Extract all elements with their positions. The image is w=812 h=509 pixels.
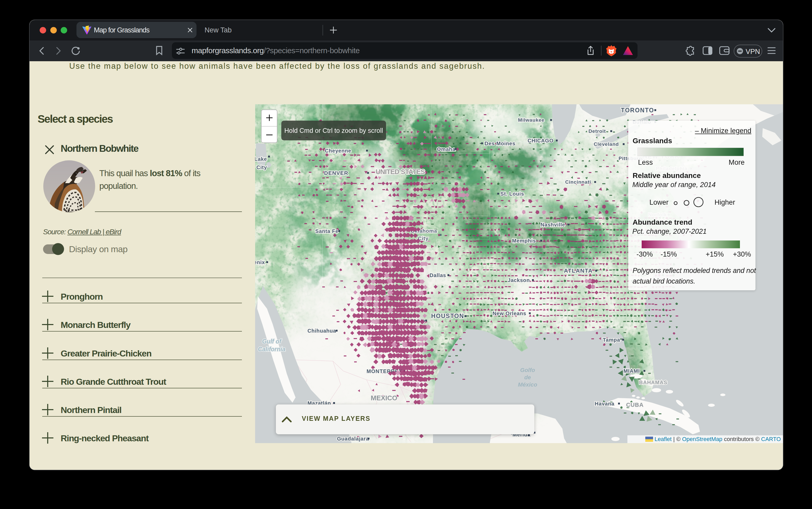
svg-text:Santa Fe: Santa Fe [315, 228, 339, 234]
svg-text:Cincinnati: Cincinnati [565, 179, 591, 185]
svg-text:Tampa: Tampa [603, 337, 620, 343]
svg-text:MEXICO: MEXICO [371, 394, 398, 402]
svg-text:Cheyenne: Cheyenne [325, 148, 351, 154]
svg-text:New Orleans: New Orleans [492, 310, 526, 316]
svg-text:enix: enix [255, 260, 265, 265]
svg-text:Gulf of: Gulf of [262, 338, 282, 345]
svg-text:Omaha: Omaha [437, 146, 455, 152]
svg-text:CUBA: CUBA [626, 402, 644, 408]
svg-text:California: California [258, 346, 286, 352]
svg-text:de: de [524, 374, 531, 381]
svg-text:ATLANTA: ATLANTA [564, 268, 593, 274]
svg-text:Memphis: Memphis [512, 238, 536, 244]
svg-text:México: México [518, 381, 538, 388]
svg-text:Milwaukee: Milwaukee [518, 117, 545, 123]
svg-text:Havana: Havana [595, 401, 615, 407]
svg-text:CHICAGO: CHICAGO [527, 138, 554, 143]
svg-text:Des Moines: Des Moines [485, 141, 515, 146]
svg-text:Cleveland: Cleveland [594, 141, 619, 147]
svg-text:City: City [256, 165, 267, 170]
svg-text:St. Louis: St. Louis [501, 191, 524, 197]
svg-text:Detroit: Detroit [589, 128, 606, 134]
svg-text:UNITED STATES: UNITED STATES [376, 168, 425, 176]
svg-text:BAHAMAS: BAHAMAS [639, 379, 667, 385]
svg-text:Nashville: Nashville [541, 222, 565, 228]
svg-text:MIAMI: MIAMI [624, 368, 640, 374]
svg-text:Guadalajara: Guadalajara [337, 436, 369, 442]
svg-text:Jackson: Jackson [508, 277, 530, 283]
svg-text:Dallas: Dallas [430, 272, 446, 278]
svg-text:TORONTO: TORONTO [621, 107, 654, 114]
svg-text:Golfo: Golfo [520, 367, 535, 373]
svg-text:Chihuahua: Chihuahua [307, 328, 336, 334]
svg-text:HOUSTON: HOUSTON [431, 313, 464, 319]
svg-text:DENVER: DENVER [324, 170, 348, 176]
svg-text:Lake: Lake [255, 156, 267, 162]
